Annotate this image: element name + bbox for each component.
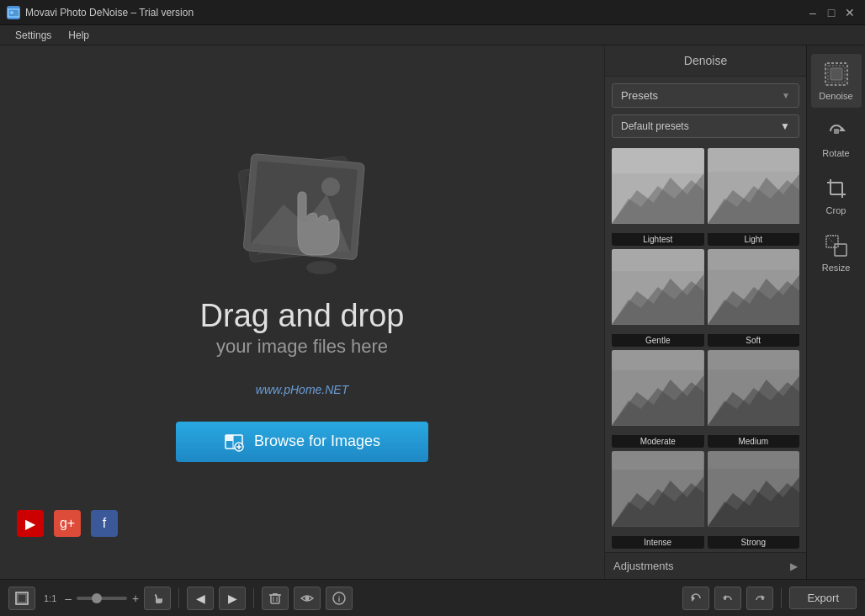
preset-label-moderate: Moderate — [612, 435, 704, 448]
bottom-toolbar: 1:1 – + ◀ ▶ i — [0, 579, 865, 616]
svg-rect-64 — [155, 594, 157, 597]
preset-intense[interactable]: Intense — [612, 451, 704, 549]
svg-marker-2 — [14, 11, 19, 16]
browse-label: Browse for Images — [254, 433, 380, 450]
drag-drop-subtext: your image files here — [216, 336, 388, 358]
refresh-icon — [689, 592, 703, 605]
adjustments-label: Adjustments — [613, 560, 674, 572]
resize-icon — [823, 232, 850, 259]
preset-medium[interactable]: Medium — [708, 350, 800, 448]
main-content: Drag and drop your image files here www.… — [0, 45, 865, 579]
preset-label-gentle: Gentle — [612, 334, 704, 347]
browse-button[interactable]: Browse for Images — [176, 422, 428, 462]
prev-button[interactable]: ◀ — [187, 587, 214, 610]
info-icon: i — [332, 592, 346, 605]
gplus-button[interactable]: g+ — [54, 510, 81, 537]
undo-icon — [721, 592, 735, 605]
next-button[interactable]: ▶ — [219, 587, 246, 610]
export-button[interactable]: Export — [789, 587, 857, 609]
preset-lightest[interactable]: Lightest — [612, 148, 704, 246]
tool-rotate[interactable]: Rotate — [811, 111, 862, 165]
preset-label-intense: Intense — [612, 536, 704, 549]
drop-icon — [218, 129, 386, 280]
eye-button[interactable] — [294, 587, 321, 610]
svg-rect-63 — [18, 594, 26, 603]
svg-rect-41 — [708, 350, 800, 369]
separator-3 — [781, 588, 782, 608]
zoom-label: 1:1 — [40, 593, 60, 603]
app-icon — [7, 6, 20, 19]
facebook-button[interactable]: f — [91, 510, 118, 537]
tool-panel: Denoise Rotate Crop — [806, 45, 865, 579]
svg-rect-49 — [708, 451, 800, 469]
panel-title: Denoise — [605, 45, 806, 77]
preset-light[interactable]: Light — [708, 148, 800, 246]
svg-rect-65 — [271, 595, 279, 603]
svg-rect-52 — [831, 68, 842, 80]
drop-area: Drag and drop your image files here www.… — [0, 45, 604, 579]
resize-label: Resize — [822, 263, 851, 273]
window-controls: – □ ✕ — [804, 4, 858, 21]
app-title: Movavi Photo DeNoise – Trial version — [25, 7, 194, 19]
delete-button[interactable] — [262, 587, 289, 610]
preset-label-medium: Medium — [708, 435, 800, 448]
right-panel: Denoise Presets ▼ Default presets ▼ — [604, 45, 806, 579]
tool-denoise[interactable]: Denoise — [811, 54, 862, 108]
tool-resize[interactable]: Resize — [811, 226, 862, 279]
preset-gentle[interactable]: Gentle — [612, 249, 704, 347]
redo-button[interactable] — [746, 587, 773, 610]
svg-text:i: i — [338, 595, 341, 603]
svg-point-1 — [10, 11, 13, 14]
svg-rect-45 — [612, 451, 704, 470]
refresh-button[interactable] — [682, 587, 709, 610]
menu-help[interactable]: Help — [60, 28, 98, 43]
menu-settings[interactable]: Settings — [7, 28, 60, 43]
presets-dropdown-arrow: ▼ — [782, 91, 790, 100]
denoise-icon — [823, 61, 850, 88]
denoise-label: Denoise — [819, 91, 852, 101]
presets-grid: Lightest Light — [605, 145, 806, 552]
svg-rect-21 — [612, 148, 704, 173]
tool-crop[interactable]: Crop — [811, 168, 862, 222]
preset-label-light: Light — [708, 233, 800, 246]
browse-icon — [224, 432, 244, 452]
close-button[interactable]: ✕ — [841, 4, 858, 21]
rotate-icon — [823, 118, 850, 145]
svg-rect-33 — [708, 249, 800, 270]
svg-rect-60 — [835, 244, 846, 256]
title-bar-left: Movavi Photo DeNoise – Trial version — [7, 6, 194, 19]
info-button[interactable]: i — [326, 587, 353, 610]
presets-dropdown[interactable]: Presets ▼ — [612, 83, 799, 108]
svg-rect-67 — [273, 593, 278, 595]
maximize-button[interactable]: □ — [823, 4, 840, 21]
preset-label-lightest: Lightest — [612, 233, 704, 246]
undo-button[interactable] — [714, 587, 741, 610]
zoom-in-icon: + — [132, 592, 139, 605]
svg-rect-37 — [612, 350, 704, 370]
title-bar: Movavi Photo DeNoise – Trial version – □… — [0, 0, 865, 25]
svg-rect-12 — [226, 435, 233, 441]
minimize-button[interactable]: – — [804, 4, 821, 21]
eye-icon — [300, 592, 314, 605]
youtube-button[interactable]: ▶ — [17, 510, 44, 537]
preset-moderate[interactable]: Moderate — [612, 350, 704, 448]
redo-icon — [753, 592, 767, 605]
preset-strong[interactable]: Strong — [708, 451, 800, 549]
drag-drop-text: Drag and drop — [200, 297, 405, 336]
separator-1 — [178, 588, 179, 608]
frame-button[interactable] — [8, 587, 35, 610]
default-presets-dropdown[interactable]: Default presets ▼ — [612, 114, 799, 138]
preset-label-strong: Strong — [708, 536, 800, 549]
preset-soft[interactable]: Soft — [708, 249, 800, 347]
zoom-slider-thumb — [92, 593, 102, 603]
trash-icon — [268, 592, 282, 605]
svg-marker-73 — [692, 595, 695, 602]
adjustments-bar[interactable]: Adjustments ▶ — [605, 552, 806, 579]
svg-rect-54 — [834, 129, 839, 134]
hand-button[interactable] — [144, 587, 171, 610]
menu-bar: Settings Help — [0, 25, 865, 45]
zoom-slider[interactable] — [77, 597, 127, 600]
svg-point-11 — [306, 261, 337, 274]
social-bar: ▶ g+ f — [17, 510, 118, 537]
separator-2 — [253, 588, 254, 608]
